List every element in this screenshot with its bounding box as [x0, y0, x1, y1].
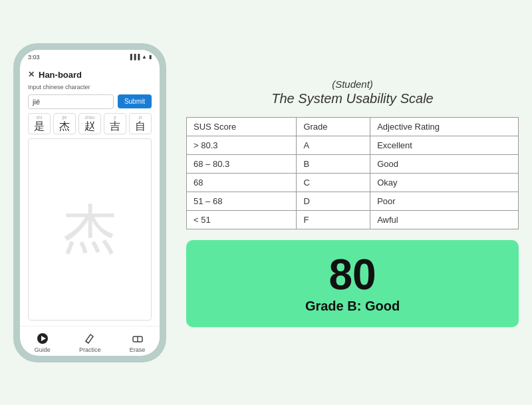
nav-practice-label: Practice [79, 346, 101, 353]
hanzi-0: 是 [34, 120, 45, 132]
char-card-1[interactable]: jié 杰 [53, 113, 76, 134]
input-row: jié Submit [28, 94, 152, 109]
phone-nav: Guide Practice [20, 326, 160, 356]
app-title: Han-board [39, 70, 82, 80]
score-number: 80 [200, 253, 505, 296]
input-label: Input chinese character [28, 84, 152, 90]
char-card-0[interactable]: shì 是 [28, 113, 51, 134]
nav-practice[interactable]: Practice [79, 332, 101, 353]
grade-cell: D [297, 192, 370, 210]
wifi-icon: ▲ [142, 54, 147, 60]
display-character: 杰 [63, 194, 116, 265]
score-box: 80 Grade B: Good [186, 240, 519, 327]
phone-screen: 3:03 ▐▐▐ ▲ ▮ ✕ Han-board Input chinese c… [20, 50, 160, 356]
app-content: ✕ Han-board Input chinese character jié … [20, 65, 160, 326]
table-row: 68 C Okay [187, 173, 519, 192]
submit-button[interactable]: Submit [118, 94, 152, 108]
sus-subtitle: (Student) [186, 78, 519, 90]
phone-mockup: 3:03 ▐▐▐ ▲ ▮ ✕ Han-board Input chinese c… [13, 43, 166, 362]
table-row: 68 – 80.3 B Good [187, 154, 519, 173]
hanzi-3: 吉 [110, 120, 120, 132]
sus-main-title: The System Usability Scale [186, 91, 519, 106]
hanzi-2: 赵 [84, 120, 95, 132]
pinyin-3: jí [114, 115, 116, 120]
pinyin-input[interactable]: jié [28, 94, 114, 109]
col-header-score: SUS Score [187, 117, 297, 136]
table-row: 51 – 68 D Poor [187, 192, 519, 210]
char-options: shì 是 jié 杰 zhào 赵 jí 吉 [28, 113, 152, 134]
phone-wrapper: 3:03 ▐▐▐ ▲ ▮ ✕ Han-board Input chinese c… [13, 43, 166, 362]
char-card-4[interactable]: zì 自 [129, 113, 152, 134]
svg-line-2 [86, 341, 88, 343]
eraser-icon [131, 332, 144, 345]
hanzi-1: 杰 [59, 120, 70, 132]
col-header-adjective: Adjective Rating [370, 117, 519, 136]
score-cell: 68 – 80.3 [187, 154, 297, 173]
col-header-grade: Grade [297, 117, 370, 136]
score-cell: > 80.3 [187, 136, 297, 154]
pinyin-4: zì [138, 115, 142, 120]
adjective-cell: Excellent [370, 136, 519, 154]
score-cell: 51 – 68 [187, 192, 297, 210]
char-card-3[interactable]: jí 吉 [104, 113, 126, 134]
pencil-icon [83, 332, 96, 345]
nav-erase[interactable]: Erase [130, 332, 146, 353]
nav-guide-label: Guide [35, 346, 51, 353]
sus-table: SUS Score Grade Adjective Rating > 80.3 … [186, 117, 519, 229]
grade-cell: F [297, 210, 370, 229]
status-time: 3:03 [28, 54, 40, 61]
main-container: 3:03 ▐▐▐ ▲ ▮ ✕ Han-board Input chinese c… [13, 13, 519, 392]
score-cell: 68 [187, 173, 297, 192]
score-grade-label: Grade B: Good [200, 299, 505, 314]
adjective-cell: Poor [370, 192, 519, 210]
adjective-cell: Good [370, 154, 519, 173]
table-row: > 80.3 A Excellent [187, 136, 519, 154]
status-icons: ▐▐▐ ▲ ▮ [128, 54, 152, 60]
close-icon[interactable]: ✕ [28, 70, 35, 79]
status-bar: 3:03 ▐▐▐ ▲ ▮ [20, 50, 160, 65]
grade-cell: A [297, 136, 370, 154]
adjective-cell: Awful [370, 210, 519, 229]
table-row: < 51 F Awful [187, 210, 519, 229]
hanzi-4: 自 [135, 120, 146, 132]
char-card-2[interactable]: zhào 赵 [78, 113, 101, 134]
app-header: ✕ Han-board [28, 70, 152, 80]
play-icon [36, 332, 49, 345]
sus-title-block: (Student) The System Usability Scale [186, 78, 519, 106]
pinyin-2: zhào [84, 115, 94, 120]
grade-cell: B [297, 154, 370, 173]
signal-icon: ▐▐▐ [128, 54, 140, 60]
score-cell: < 51 [187, 210, 297, 229]
right-panel: (Student) The System Usability Scale SUS… [186, 78, 519, 327]
pinyin-1: jié [62, 115, 66, 120]
nav-erase-label: Erase [130, 346, 146, 353]
char-display: 杰 [28, 138, 152, 321]
battery-icon: ▮ [149, 54, 152, 60]
grade-cell: C [297, 173, 370, 192]
nav-guide[interactable]: Guide [35, 332, 51, 353]
adjective-cell: Okay [370, 173, 519, 192]
pinyin-0: shì [36, 115, 42, 120]
